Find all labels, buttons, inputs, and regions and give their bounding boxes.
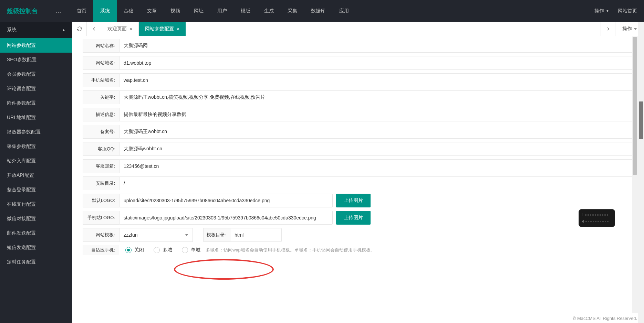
operate-dropdown[interactable]: 操作 ▼ [594,8,609,14]
nav-generate[interactable]: 生成 [257,0,281,22]
nav-video[interactable]: 视频 [164,0,187,22]
chevron-down-icon: ▼ [606,9,609,13]
topbar-right: 操作 ▼ 网站首页 [594,8,637,14]
nav-home[interactable]: 首页 [70,0,93,22]
nav-user[interactable]: 用户 [210,0,234,22]
nav-app[interactable]: 应用 [332,0,356,22]
nav-basic[interactable]: 基础 [117,0,140,22]
nav-system[interactable]: 系统 [93,0,117,22]
nav-template[interactable]: 模版 [234,0,257,22]
nav-url[interactable]: 网址 [187,0,210,22]
nav-database[interactable]: 数据库 [304,0,332,22]
top-nav: 首页 系统 基础 文章 视频 网址 用户 模版 生成 采集 数据库 应用 [70,0,594,22]
nav-collect[interactable]: 采集 [281,0,304,22]
operate-label: 操作 [594,8,604,14]
logo: 超级控制台 [7,7,38,15]
topbar: 超级控制台 … 首页 系统 基础 文章 视频 网址 用户 模版 生成 采集 数据… [0,0,644,22]
site-home-link[interactable]: 网站首页 [618,8,637,14]
nav-article[interactable]: 文章 [140,0,164,22]
more-menu[interactable]: … [55,7,61,14]
